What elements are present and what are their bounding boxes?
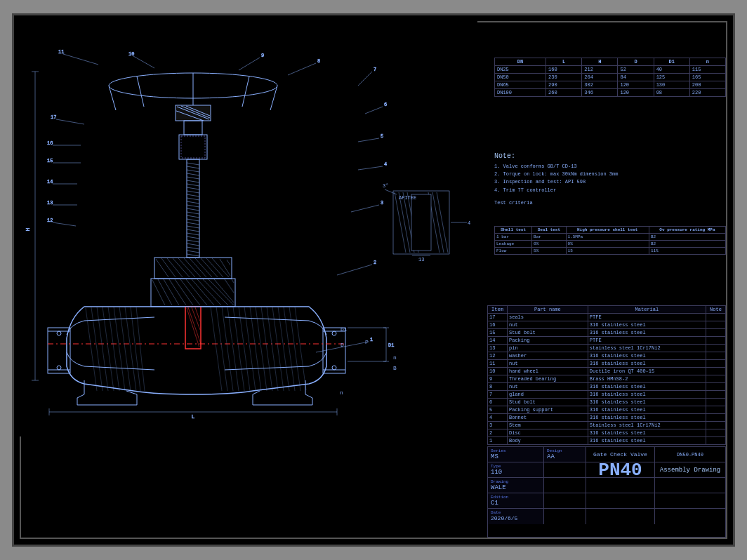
bom-row: 6Stud bolt316 stainless steel <box>488 399 726 406</box>
company-name: Gate Check Valve <box>593 451 647 458</box>
svg-text:D: D <box>341 342 344 348</box>
svg-text:13: 13 <box>418 257 424 262</box>
svg-text:12: 12 <box>47 218 53 223</box>
specs-cell: 302 <box>582 81 618 89</box>
bom-cell: nut <box>508 383 588 391</box>
specs-row: DN65290302120130200 <box>495 81 726 89</box>
bom-cell <box>706 368 726 375</box>
bom-row: 10hand wheelDuctile iron QT 400-15 <box>488 368 726 375</box>
bom-table: Item Part name Material Note 17sealsPTFE… <box>487 305 726 445</box>
bom-cell: Threaded bearing <box>508 375 588 383</box>
svg-text:n: n <box>340 389 343 396</box>
bom-cell: pin <box>508 345 588 352</box>
bom-cell <box>706 345 726 352</box>
specs-cell: 290 <box>546 81 582 89</box>
bom-cell <box>706 429 726 437</box>
bom-cell: Stainless steel 1Cr17Ni2 <box>588 422 706 429</box>
specs-cell: 115 <box>689 66 725 74</box>
svg-text:P: P <box>365 339 369 345</box>
bom-cell: 3 <box>488 422 508 429</box>
bom-cell: Stem <box>508 422 588 429</box>
bom-row: 9Threaded bearingBrass HMnS8-2 <box>488 375 726 383</box>
bom-cell <box>706 329 726 337</box>
specs-cell: 346 <box>582 89 618 97</box>
drawing-frame: L H 11 10 9 8 7 6 5 <box>12 13 735 547</box>
bom-cell: nut <box>508 321 588 329</box>
bom-cell: hand wheel <box>508 368 588 375</box>
specs-cell: 200 <box>689 81 725 89</box>
bom-row: 14PackingPTFE <box>488 337 726 345</box>
bom-row: 16nut316 stainless steel <box>488 321 726 329</box>
svg-rect-0 <box>14 15 477 436</box>
bom-row: 7gland316 stainless steel <box>488 391 726 399</box>
svg-text:APITEE: APITEE <box>399 195 416 201</box>
bom-cell: 316 stainless steel <box>588 437 706 445</box>
bom-cell <box>706 414 726 422</box>
specs-cell: 230 <box>546 74 582 81</box>
bom-row: 13pinstainless steel 1Cr17Ni2 <box>488 345 726 352</box>
bom-cell: 11 <box>488 360 508 368</box>
bom-cell: 8 <box>488 383 508 391</box>
bom-cell: 2 <box>488 429 508 437</box>
bom-cell: washer <box>508 352 588 360</box>
design-val: AA <box>547 453 583 460</box>
valve-drawing: L H 11 10 9 8 7 6 5 <box>14 15 477 436</box>
bom-cell: 10 <box>488 368 508 375</box>
svg-text:H: H <box>25 227 31 231</box>
bom-cell: 316 stainless steel <box>588 399 706 406</box>
specs-cell: 130 <box>654 81 689 89</box>
note-item: 4. Trim 7T controller <box>494 187 726 194</box>
bom-cell: 4 <box>488 414 508 422</box>
bom-cell: 316 stainless steel <box>588 329 706 337</box>
bom-cell <box>706 375 726 383</box>
bom-cell: PTFE <box>588 337 706 345</box>
product-code: DN50-PN40 <box>677 452 703 458</box>
svg-text:15: 15 <box>47 158 53 164</box>
specs-cell: DN25 <box>495 66 546 74</box>
svg-text:8: 8 <box>317 58 320 64</box>
notes-section: Note: 1. Valve conforms GB/T CD-132. Tor… <box>494 152 726 206</box>
bom-cell <box>706 437 726 445</box>
bom-cell: 316 stainless steel <box>588 360 706 368</box>
svg-text:17: 17 <box>51 114 56 120</box>
series-val: MS <box>491 453 541 460</box>
bom-cell: 9 <box>488 375 508 383</box>
specs-row: DN10026034612098220 <box>495 89 726 97</box>
specs-col-d: D <box>618 58 654 66</box>
svg-text:D1: D1 <box>388 342 394 348</box>
bom-row: 5Packing support316 stainless steel <box>488 406 726 414</box>
bom-cell <box>706 314 726 321</box>
bom-cell <box>706 383 726 391</box>
bom-cell: PTFE <box>588 314 706 321</box>
bom-cell: 316 stainless steel <box>588 352 706 360</box>
specs-cell: 40 <box>654 66 689 74</box>
svg-text:14: 14 <box>47 179 53 185</box>
edition-label: Edition <box>491 495 541 500</box>
specs-cell: DN50 <box>495 74 546 81</box>
bom-cell: Body <box>508 437 588 445</box>
svg-text:n: n <box>393 354 397 361</box>
specs-cell: 120 <box>618 81 654 89</box>
bom-row: 3StemStainless steel 1Cr17Ni2 <box>488 422 726 429</box>
svg-text:13: 13 <box>47 200 53 206</box>
specs-cell: 84 <box>618 74 654 81</box>
bom-row: 11nut316 stainless steel <box>488 360 726 368</box>
bom-cell: 16 <box>488 321 508 329</box>
bom-cell: 316 stainless steel <box>588 414 706 422</box>
bom-cell: 316 stainless steel <box>588 321 706 329</box>
bom-cell: 6 <box>488 399 508 406</box>
bom-cell: Packing <box>508 337 588 345</box>
svg-text:L: L <box>192 413 195 420</box>
bom-cell <box>706 406 726 414</box>
specs-col-l: L <box>546 58 582 66</box>
specs-cell: 264 <box>582 74 618 81</box>
bom-row: 1Body316 stainless steel <box>488 437 726 445</box>
bom-cell: nut <box>508 360 588 368</box>
type-label: Type <box>491 464 541 469</box>
specs-cell: 212 <box>582 66 618 74</box>
specs-col-h: H <box>582 58 618 66</box>
series-label: Series <box>491 448 541 453</box>
svg-text:5: 5 <box>381 133 383 139</box>
svg-text:3: 3 <box>381 200 383 206</box>
note-item: 1. Valve conforms GB/T CD-13 <box>494 163 726 171</box>
